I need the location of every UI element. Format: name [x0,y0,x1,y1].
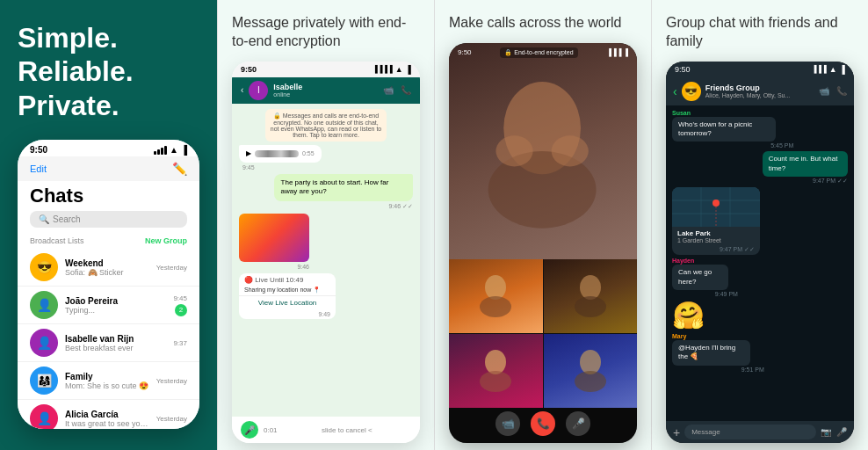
broadcast-lists-label: Broadcast Lists [30,236,84,245]
chats-nav-bar: Edit ✏️ [18,156,199,181]
video-call-icon[interactable]: 📹 [383,85,394,95]
status-icons: ▲ ▐ [154,145,187,155]
compose-icon[interactable]: ✏️ [172,162,187,176]
main-headline: Simple.Reliable.Private. [18,21,199,122]
search-bar[interactable]: 🔍 Search [30,211,187,228]
video-cell-3 [449,334,543,408]
chat-preview: Best breakfast ever [65,344,166,352]
chat-list-item[interactable]: 👤 Alicia García It was great to see you!… [18,400,199,429]
reply-time: 9:47 PM ✓✓ [813,178,848,185]
group-chat-headline: Group chat with friends and family [666,14,854,51]
svg-point-6 [580,275,601,300]
chat-name: João Pereira [65,296,166,306]
chat-meta: 9:37 [173,339,187,347]
party-message: The party is about to start. How far awa… [274,174,413,201]
group-avatar: 😎 [682,82,701,101]
slide-to-cancel: slide to cancel < [283,426,411,434]
video-status-bar: 9:50 🔒 End-to-end encrypted ▐▐▐ ▐ [449,43,637,62]
mary-message: @Hayden I'll bring the 🍕 [672,340,750,366]
play-icon[interactable]: ▶ [246,149,251,158]
group-info: Friends Group Alice, Hayden, Mary, Otty,… [705,83,814,98]
image-message: 9:46 [239,214,309,270]
new-group-button[interactable]: New Group [145,236,187,245]
map-time: 9:47 PM ✓✓ [672,246,760,255]
view-live-location-button[interactable]: View Live Location [239,295,336,309]
wifi-icon: ▲ [170,145,178,155]
chat-content: Weekend Sofia: 🙈 Sticker [65,258,149,277]
signal-icon: ▐▐▐▐ [373,65,393,73]
svg-point-17 [712,200,720,207]
video-time: 9:50 [458,48,472,56]
chat-avatar: 👤 [30,404,58,429]
encrypted-badge: 🔒 End-to-end encrypted [500,47,577,58]
sticker-message: 🤗 [672,300,705,330]
mary-sender: Mary [672,333,764,339]
svg-point-7 [575,296,606,317]
chat-list-item[interactable]: 👨‍👩‍👧 Family Mom: She is so cute 😍 Yeste… [18,362,199,400]
contact-info: Isabelle online [273,83,378,98]
svg-point-9 [480,371,511,392]
susan-message-group: Susan Who's down for a picnic tomorrow? … [672,110,793,149]
svg-point-5 [480,296,511,317]
hayden-message: Can we go here? [672,265,728,290]
message-input[interactable]: Message [684,425,816,439]
end-call-button[interactable]: 📞 [531,411,555,436]
chat-name: Family [65,372,149,381]
signal-icon [154,146,167,155]
phone-call-icon[interactable]: 📞 [401,85,411,95]
mute-button[interactable]: 🎤 [566,411,590,436]
group-status-icons: ▐▐▐ ▲ ▐ [812,65,845,74]
group-name: Friends Group [705,83,814,92]
group-header: ‹ 😎 Friends Group Alice, Hayden, Mary, O… [666,77,854,105]
group-header-actions: 📹 📞 [819,86,847,96]
svg-point-4 [485,275,506,300]
phone-call-icon[interactable]: 📞 [836,86,847,96]
battery-icon: ▐ [406,65,411,74]
chat-avatar: 😎 [30,253,58,281]
contact-name: Isabelle [273,83,378,91]
wifi-icon: ▲ [829,65,837,74]
audio-bubble: ▶ 0:55 [239,145,322,163]
contact-avatar: I [249,81,268,100]
group-time: 9:50 [675,65,691,74]
map-title: Lake Park [677,229,755,237]
chat-messages: 🔒 Messages and calls are end-to-endencry… [232,104,420,417]
camera-icon[interactable]: 📷 [821,427,831,437]
susan-message: Who's down for a picnic tomorrow? [672,117,776,142]
signal-icon: ▐▐▐ [812,65,827,74]
encrypted-label: End-to-end encrypted [514,49,573,55]
chat-avatar: 👤 [30,329,58,357]
main-person-silhouette [449,43,637,259]
hayden-sender: Hayden [672,258,738,264]
edit-button[interactable]: Edit [30,163,47,174]
hayden-message-group: Hayden Can we go here? 9:49 PM [672,258,738,297]
group-members: Alice, Hayden, Mary, Otty, Su... [705,92,814,98]
chat-list-item[interactable]: 👤 João Pereira Typing... 9:45 2 [18,287,199,324]
chat-list-item[interactable]: 👤 Isabelle van Rijn Best breakfast ever … [18,324,199,362]
battery-icon: ▐ [181,145,187,155]
search-icon: 🔍 [39,214,49,224]
chat-content: Family Mom: She is so cute 😍 [65,372,149,390]
video-call-icon[interactable]: 📹 [819,86,829,96]
back-arrow-icon[interactable]: ‹ [673,84,677,98]
chat-phone-mockup: 9:50 ▐▐▐▐ ▲ ▐ ‹ I Isabelle online 📹 📞 🔒 … [232,62,420,443]
video-cell-4 [544,334,638,408]
status-bar: 9:50 ▲ ▐ [18,140,199,156]
add-icon[interactable]: + [673,425,680,439]
chat-list-item[interactable]: 😎 Weekend Sofia: 🙈 Sticker Yesterday [18,249,199,287]
encrypted-notice: 🔒 Messages and calls are end-to-endencry… [265,109,387,142]
chat-time: 9:50 [241,65,257,74]
mic-icon[interactable]: 🎤 [836,427,847,437]
chat-time: 9:45 [173,294,187,302]
video-toggle-button[interactable]: 📹 [495,411,520,436]
chat-meta: Yesterday [156,377,187,385]
reply-message-group: Count me in. But what time? 9:47 PM ✓✓ [748,151,849,185]
calls-headline: Make calls across the world [449,14,637,33]
video-grid [449,259,637,408]
person-silhouette-3 [469,345,522,397]
person-silhouette-2 [564,270,617,323]
back-arrow-icon[interactable]: ‹ [241,85,243,95]
map-address: 1 Garden Street [677,237,755,243]
location-bubble: 🔴 Live Until 10:49 Sharing my location n… [239,273,336,319]
mic-button[interactable]: 🎤 [241,421,258,439]
